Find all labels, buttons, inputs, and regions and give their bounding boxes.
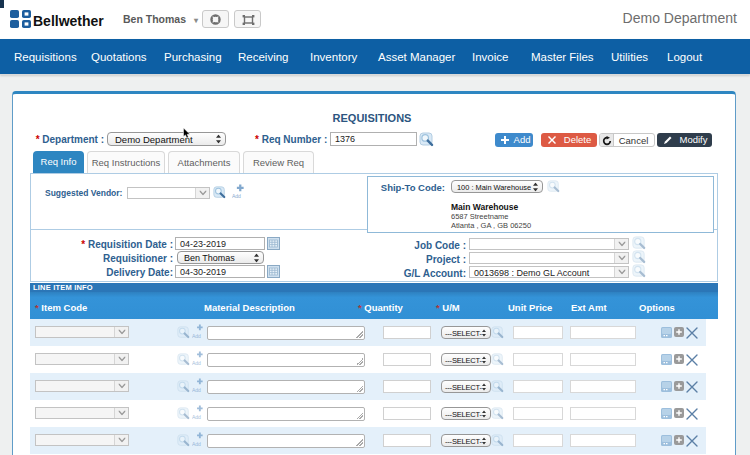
svg-text:Add: Add xyxy=(232,193,241,199)
svg-text:Add: Add xyxy=(192,360,201,366)
svg-text:Add: Add xyxy=(192,387,201,393)
svg-text:Add: Add xyxy=(192,441,201,447)
svg-text:Add: Add xyxy=(192,333,201,339)
svg-text:Add: Add xyxy=(192,414,201,420)
